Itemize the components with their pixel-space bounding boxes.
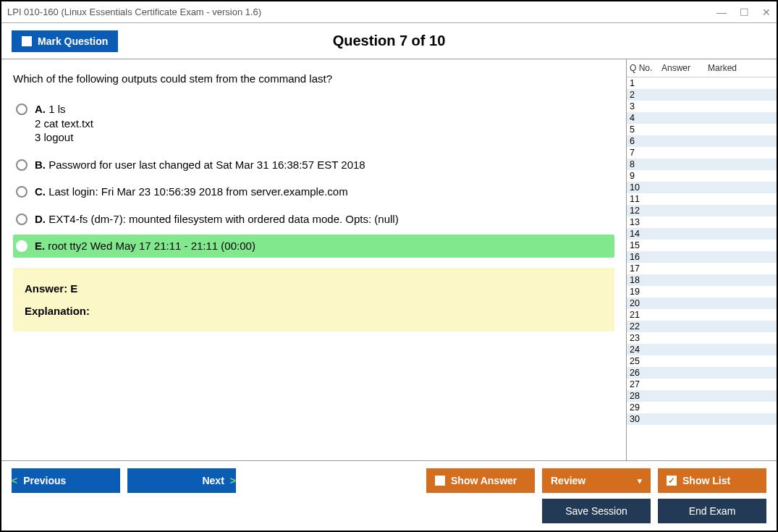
question-list-row[interactable]: 4 [627, 112, 777, 124]
question-list-row[interactable]: 12 [627, 205, 777, 216]
qno-cell: 21 [630, 310, 661, 320]
question-list-row[interactable]: 11 [627, 193, 777, 205]
options-list: A. 1 ls2 cat text.txt3 logoutB. Password… [13, 98, 614, 258]
question-list-row[interactable]: 30 [627, 413, 777, 425]
question-list-row[interactable]: 10 [627, 182, 777, 193]
question-panel: Which of the following outputs could ste… [1, 59, 626, 460]
qno-cell: 25 [630, 356, 661, 366]
header-bar: Mark Question Question 7 of 10 [1, 23, 777, 59]
question-list-row[interactable]: 26 [627, 367, 777, 379]
question-list-row[interactable]: 5 [627, 124, 777, 135]
question-list-row[interactable]: 18 [627, 274, 777, 286]
question-list-row[interactable]: 3 [627, 101, 777, 112]
question-list-row[interactable]: 9 [627, 170, 777, 182]
option-row[interactable]: B. Password for user last changed at Sat… [13, 153, 614, 177]
option-text: A. 1 ls2 cat text.txt3 logout [35, 102, 93, 145]
radio-icon[interactable] [16, 240, 28, 252]
option-row[interactable]: E. root tty2 Wed May 17 21:11 - 21:11 (0… [13, 235, 614, 258]
show-list-button[interactable]: Show List [658, 468, 766, 493]
qno-cell: 9 [630, 171, 661, 181]
save-session-label: Save Session [565, 505, 627, 517]
question-list-row[interactable]: 14 [627, 228, 777, 240]
explanation-label: Explanation: [25, 305, 603, 317]
question-list-row[interactable]: 2 [627, 89, 777, 101]
question-list-row[interactable]: 13 [627, 216, 777, 228]
review-dropdown[interactable]: Review ▾ [542, 468, 651, 493]
question-list-row[interactable]: 16 [627, 251, 777, 263]
question-list-row[interactable]: 24 [627, 344, 777, 355]
qno-cell: 5 [630, 124, 661, 135]
chevron-down-icon: ▾ [638, 476, 642, 486]
qno-cell: 15 [630, 240, 661, 250]
radio-icon[interactable] [16, 186, 28, 198]
checkbox-checked-icon [667, 476, 677, 486]
option-row[interactable]: A. 1 ls2 cat text.txt3 logout [13, 98, 614, 149]
minimize-icon[interactable]: — [716, 7, 727, 18]
question-list-row[interactable]: 17 [627, 263, 777, 274]
question-list-sidebar: Q No. Answer Marked 12345678910111213141… [626, 59, 777, 460]
save-session-button[interactable]: Save Session [542, 499, 651, 523]
main-area: Which of the following outputs could ste… [1, 59, 777, 460]
next-button[interactable]: Next > [127, 468, 236, 493]
qno-cell: 11 [630, 194, 661, 204]
qno-cell: 23 [630, 333, 661, 343]
show-answer-button[interactable]: Show Answer [426, 468, 535, 493]
answer-label: Answer: E [25, 282, 603, 295]
next-label: Next [202, 475, 224, 486]
answer-box: Answer: E Explanation: [13, 268, 614, 332]
question-number-list[interactable]: 1234567891011121314151617181920212223242… [627, 77, 777, 460]
qno-cell: 20 [630, 298, 661, 308]
qno-cell: 4 [630, 113, 661, 123]
qno-cell: 10 [630, 182, 661, 193]
qno-cell: 13 [630, 217, 661, 227]
end-exam-label: End Exam [689, 505, 736, 517]
review-label: Review [551, 475, 585, 486]
maximize-icon[interactable]: ☐ [740, 7, 749, 18]
question-list-row[interactable]: 15 [627, 240, 777, 251]
radio-icon[interactable] [16, 104, 28, 115]
question-list-row[interactable]: 6 [627, 135, 777, 147]
previous-button[interactable]: < Previous [12, 468, 120, 493]
question-list-row[interactable]: 28 [627, 390, 777, 402]
radio-icon[interactable] [16, 214, 28, 225]
col-header-marked: Marked [708, 63, 777, 73]
qno-cell: 2 [630, 90, 661, 100]
footer-row-1: < Previous Next > Show Answer Review ▾ S… [12, 468, 766, 493]
question-list-row[interactable]: 7 [627, 147, 777, 159]
checkbox-icon [22, 36, 32, 46]
qno-cell: 24 [630, 345, 661, 355]
question-list-row[interactable]: 1 [627, 77, 777, 89]
question-list-row[interactable]: 21 [627, 309, 777, 321]
mark-question-button[interactable]: Mark Question [12, 30, 118, 52]
option-text: D. EXT4-fs (dm-7): mounted filesystem wi… [35, 212, 399, 227]
close-icon[interactable]: ✕ [762, 7, 771, 18]
sidebar-header: Q No. Answer Marked [627, 59, 777, 77]
end-exam-button[interactable]: End Exam [658, 499, 766, 523]
col-header-answer: Answer [661, 63, 708, 73]
question-list-row[interactable]: 27 [627, 379, 777, 390]
qno-cell: 8 [630, 159, 661, 169]
titlebar: LPI 010-160 (Linux Essentials Certificat… [1, 1, 777, 23]
question-list-row[interactable]: 29 [627, 402, 777, 413]
qno-cell: 28 [630, 391, 661, 401]
col-header-qno: Q No. [630, 63, 661, 73]
qno-cell: 6 [630, 136, 661, 146]
question-list-row[interactable]: 19 [627, 286, 777, 297]
option-row[interactable]: C. Last login: Fri Mar 23 10:56:39 2018 … [13, 180, 614, 203]
qno-cell: 29 [630, 402, 661, 413]
question-list-row[interactable]: 25 [627, 355, 777, 367]
question-list-row[interactable]: 22 [627, 321, 777, 332]
option-text: B. Password for user last changed at Sat… [35, 158, 365, 172]
qno-cell: 3 [630, 101, 661, 111]
qno-cell: 7 [630, 148, 661, 158]
qno-cell: 30 [630, 414, 661, 424]
option-row[interactable]: D. EXT4-fs (dm-7): mounted filesystem wi… [13, 208, 614, 231]
question-list-row[interactable]: 23 [627, 332, 777, 344]
qno-cell: 27 [630, 379, 661, 389]
mark-question-label: Mark Question [38, 35, 108, 47]
window-title: LPI 010-160 (Linux Essentials Certificat… [7, 7, 261, 17]
footer: < Previous Next > Show Answer Review ▾ S… [1, 460, 777, 531]
question-list-row[interactable]: 8 [627, 159, 777, 170]
question-list-row[interactable]: 20 [627, 297, 777, 309]
radio-icon[interactable] [16, 159, 28, 171]
